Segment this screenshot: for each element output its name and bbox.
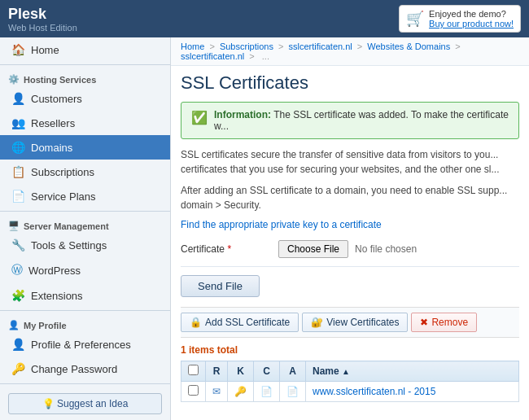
row-checkbox-cell <box>181 382 206 402</box>
items-total: 1 items total <box>181 344 519 356</box>
view-certs-button[interactable]: 🔐 View Certificates <box>302 313 408 332</box>
find-private-key-link[interactable]: Find the appropriate private key to a ce… <box>181 219 519 230</box>
breadcrumb-sep4: > <box>455 42 460 51</box>
cart-icon: 🛒 <box>406 10 424 28</box>
row-name-cell: www.sslcertificaten.nl - 2015 <box>306 382 519 402</box>
sidebar-item-tools[interactable]: 🔧 Tools & Settings <box>0 233 170 257</box>
sidebar-section-server: 🖥️ Server Management <box>0 214 170 233</box>
sidebar-section-profile: 👤 My Profile <box>0 313 170 332</box>
breadcrumb: Home > Subscriptions > sslcertificaten.n… <box>171 37 529 66</box>
profile-prefs-icon: 👤 <box>11 338 25 351</box>
breadcrumb-sep3: > <box>357 42 365 51</box>
remove-icon: ✖ <box>420 317 428 328</box>
change-password-icon: 🔑 <box>11 362 25 375</box>
desc-text-2: After adding an SSL certificate to a dom… <box>181 183 519 212</box>
sidebar-home-label: Home <box>31 44 59 56</box>
sidebar-item-change-password[interactable]: 🔑 Change Password <box>0 357 170 381</box>
page-content: SSL Certificates ✅ Information: The SSL … <box>171 66 529 409</box>
breadcrumb-subscriptions[interactable]: Subscriptions <box>220 42 273 51</box>
breadcrumb-sslcert2[interactable]: sslcertificaten.nl <box>181 51 244 61</box>
logo-subtitle: Web Host Edition <box>8 23 77 33</box>
th-name[interactable]: Name ▲ <box>306 361 519 382</box>
main-layout: 🏠 Home ⚙️ Hosting Services 👤 Customers 👥… <box>0 37 529 420</box>
breadcrumb-websites[interactable]: Websites & Domains <box>367 42 450 51</box>
th-k: K <box>228 361 254 382</box>
row-r-icon-cell: ✉ <box>206 382 228 402</box>
table-row: ✉ 🔑 📄 📄 www.sslcertificaten.nl - 2015 <box>181 382 519 402</box>
sidebar: 🏠 Home ⚙️ Hosting Services 👤 Customers 👥… <box>0 37 171 420</box>
row-c-icon-cell: 📄 <box>254 382 280 402</box>
sidebar-bottom: 💡 Suggest an Idea <box>0 387 170 420</box>
sidebar-item-subscriptions[interactable]: 📋 Subscriptions <box>0 160 170 184</box>
th-r: R <box>206 361 228 382</box>
bulb-icon: 💡 <box>42 398 55 409</box>
send-file-row: Send File <box>181 275 519 297</box>
resellers-icon: 👥 <box>11 116 25 129</box>
tools-icon: 🔧 <box>11 238 25 252</box>
breadcrumb-sslcert[interactable]: sslcertificaten.nl <box>288 42 352 51</box>
cert-form-row: Certificate * Choose File No file chosen <box>181 240 519 267</box>
breadcrumb-sep5: > <box>249 51 256 61</box>
add-ssl-icon: 🔒 <box>190 317 202 328</box>
demo-banner[interactable]: 🛒 Enjoyed the demo? Buy our product now! <box>399 5 521 33</box>
subscriptions-icon: 📋 <box>11 165 25 178</box>
key-icon: 🔑 <box>234 386 247 397</box>
check-icon: ✅ <box>191 110 208 125</box>
server-icon: 🖥️ <box>8 221 20 231</box>
hosting-icon: ⚙️ <box>8 74 20 85</box>
sidebar-item-resellers[interactable]: 👥 Resellers <box>0 111 170 135</box>
table-header-row: R K C A Name ▲ <box>181 361 519 382</box>
add-ssl-button[interactable]: 🔒 Add SSL Certificate <box>181 313 299 332</box>
demo-text: Enjoyed the demo? Buy our product now! <box>429 9 514 28</box>
remove-button[interactable]: ✖ Remove <box>411 313 477 332</box>
breadcrumb-sep2: > <box>278 42 286 51</box>
doc-c-icon: 📄 <box>260 386 273 397</box>
buy-link[interactable]: Buy our product now! <box>429 19 514 28</box>
content-area: Home > Subscriptions > sslcertificaten.n… <box>171 37 529 420</box>
breadcrumb-home[interactable]: Home <box>181 42 204 51</box>
file-input-group: Choose File No file chosen <box>278 240 417 258</box>
customers-icon: 👤 <box>11 92 25 105</box>
action-bar: 🔒 Add SSL Certificate 🔐 View Certificate… <box>181 307 519 338</box>
cert-table: R K C A Name ▲ ✉ 🔑 📄 📄 <box>181 361 519 402</box>
doc-a-icon: 📄 <box>286 386 299 397</box>
sidebar-item-home[interactable]: 🏠 Home <box>0 37 170 62</box>
profile-section-icon: 👤 <box>8 320 20 330</box>
sidebar-item-service-plans[interactable]: 📄 Service Plans <box>0 184 170 208</box>
top-bar: Plesk Web Host Edition 🛒 Enjoyed the dem… <box>0 0 529 37</box>
row-k-icon-cell: 🔑 <box>228 382 254 402</box>
desc-text-1: SSL certificates secure the transfer of … <box>181 147 519 177</box>
extensions-icon: 🧩 <box>11 289 25 302</box>
domains-icon: 🌐 <box>11 141 25 154</box>
cert-name-link[interactable]: www.sslcertificaten.nl - 2015 <box>313 386 435 397</box>
th-checkbox <box>181 361 206 382</box>
breadcrumb-ellipsis: ... <box>262 51 269 61</box>
choose-file-button[interactable]: Choose File <box>278 240 348 258</box>
page-title: SSL Certificates <box>181 72 519 94</box>
no-file-text: No file chosen <box>355 243 417 255</box>
row-checkbox[interactable] <box>188 385 199 396</box>
email-icon: ✉ <box>212 386 221 397</box>
view-certs-icon: 🔐 <box>311 317 323 328</box>
sidebar-item-wordpress[interactable]: Ⓦ WordPress <box>0 257 170 283</box>
cert-label: Certificate * <box>181 243 278 255</box>
row-a-icon-cell: 📄 <box>280 382 306 402</box>
info-box: ✅ Information: The SSL certificate was a… <box>181 102 519 139</box>
select-all-checkbox[interactable] <box>188 365 199 375</box>
th-a: A <box>280 361 306 382</box>
info-text: Information: The SSL certificate was add… <box>214 109 509 132</box>
sidebar-item-domains[interactable]: 🌐 Domains <box>0 135 170 160</box>
plesk-logo: Plesk Web Host Edition <box>8 6 77 33</box>
sidebar-item-extensions[interactable]: 🧩 Extensions <box>0 283 170 308</box>
sidebar-item-profile-prefs[interactable]: 👤 Profile & Preferences <box>0 332 170 357</box>
home-icon: 🏠 <box>11 43 25 56</box>
wordpress-icon: Ⓦ <box>11 263 23 278</box>
sidebar-item-customers[interactable]: 👤 Customers <box>0 86 170 111</box>
sidebar-section-hosting: ⚙️ Hosting Services <box>0 68 170 86</box>
th-c: C <box>254 361 280 382</box>
required-marker: * <box>227 243 231 255</box>
suggest-button[interactable]: 💡 Suggest an Idea <box>8 393 162 414</box>
breadcrumb-sep1: > <box>209 42 216 51</box>
logo-title: Plesk <box>8 6 77 23</box>
send-file-button[interactable]: Send File <box>181 275 260 297</box>
